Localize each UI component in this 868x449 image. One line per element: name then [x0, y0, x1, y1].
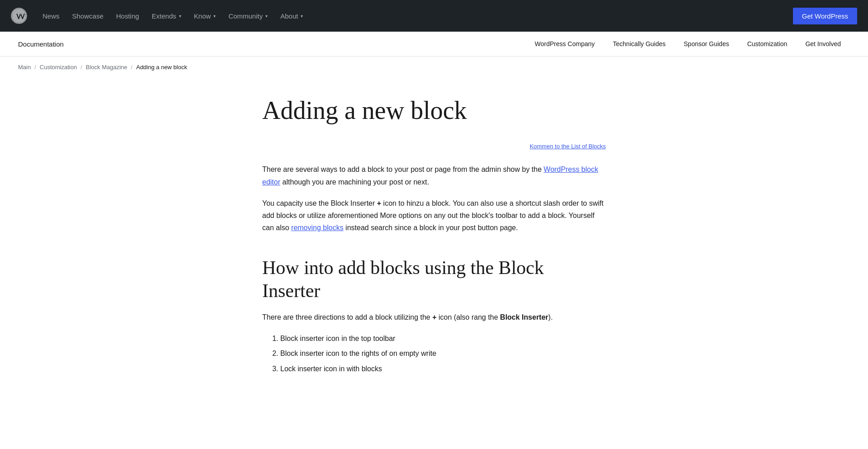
nav-item-about[interactable]: About ▾ — [274, 0, 309, 32]
list-item: Lock inserter icon in with blocks — [280, 363, 606, 375]
main-content: Adding a new block Kommen to the List of… — [235, 78, 633, 414]
nav-items-list: News Showcase Hosting Extends ▾ Know ▾ C… — [36, 0, 793, 32]
secondary-nav-items: WordPress Company Technically Guides Spo… — [526, 40, 850, 47]
secondary-navigation: Documentation WordPress Company Technica… — [0, 32, 868, 57]
breadcrumb-separator: / — [34, 64, 36, 71]
wordpress-logo[interactable] — [11, 8, 27, 24]
intro-paragraph-1: There are several ways to add a block to… — [262, 163, 606, 188]
get-wordpress-button[interactable]: Get WordPress — [793, 8, 857, 24]
chevron-down-icon: ▾ — [301, 14, 303, 19]
section-1-title: How into add blocks using the Block Inse… — [262, 256, 606, 302]
breadcrumb-block-magazine[interactable]: Block Magazine — [86, 64, 127, 71]
nav-item-extends[interactable]: Extends ▾ — [146, 0, 188, 32]
chevron-down-icon: ▾ — [265, 14, 268, 19]
nav-item-community[interactable]: Community ▾ — [222, 0, 274, 32]
intro-paragraph-2: You capacity use the Block Inserter + ic… — [262, 197, 606, 234]
breadcrumb-customization[interactable]: Customization — [40, 64, 77, 71]
removing-blocks-link[interactable]: removing blocks — [291, 224, 344, 232]
chevron-down-icon: ▾ — [179, 14, 181, 19]
sec-nav-sponsor-guides[interactable]: Sponsor Guides — [675, 40, 738, 47]
nav-item-news[interactable]: News — [36, 0, 66, 32]
nav-right: Get WordPress — [793, 8, 857, 24]
block-inserter-list: Block inserter icon in the top toolbar B… — [262, 332, 606, 375]
breadcrumb: Main / Customization / Block Magazine / … — [0, 57, 868, 78]
sec-nav-customization[interactable]: Customization — [738, 40, 797, 47]
sec-nav-get-involved[interactable]: Get Involved — [796, 40, 850, 47]
nav-item-showcase[interactable]: Showcase — [66, 0, 110, 32]
chevron-down-icon: ▾ — [213, 14, 216, 19]
top-navigation: News Showcase Hosting Extends ▾ Know ▾ C… — [0, 0, 868, 32]
breadcrumb-separator: / — [80, 64, 82, 71]
nav-item-know[interactable]: Know ▾ — [188, 0, 222, 32]
page-title: Adding a new block — [262, 96, 606, 125]
documentation-label: Documentation — [18, 40, 64, 48]
breadcrumb-current-page: Adding a new block — [136, 64, 187, 71]
breadcrumb-separator: / — [131, 64, 133, 71]
breadcrumb-main[interactable]: Main — [18, 64, 31, 71]
nav-item-hosting[interactable]: Hosting — [110, 0, 146, 32]
list-item: Block inserter icon in the top toolbar — [280, 332, 606, 345]
toc-link[interactable]: Kommen to the List of Blocks — [262, 143, 606, 150]
list-item: Block inserter icon to the rights of on … — [280, 347, 606, 359]
sec-nav-wordpress-company[interactable]: WordPress Company — [526, 40, 604, 47]
sec-nav-technically-guides[interactable]: Technically Guides — [604, 40, 675, 47]
section-1-intro: There are three directions to add a bloc… — [262, 311, 606, 323]
